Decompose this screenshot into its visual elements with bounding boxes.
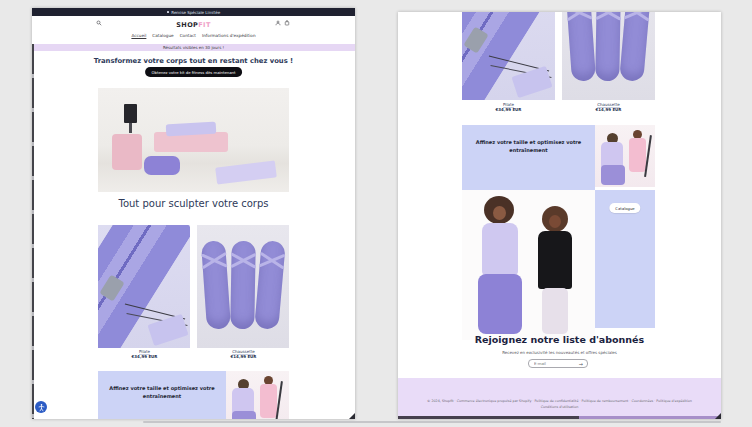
product-image-chaussette[interactable] <box>562 12 655 100</box>
announcement-text: Remise Spéciale Limitée <box>171 10 220 15</box>
nav-item-catalogue[interactable]: Catalogue <box>152 33 173 38</box>
product-price: €34,99 EUR <box>98 354 191 359</box>
newsletter-email-field[interactable]: → <box>528 359 588 368</box>
feature-text-box: Affinez votre taille et optimisez votre … <box>98 371 226 419</box>
nav-item-contact[interactable]: Contact <box>180 33 196 38</box>
horizontal-scrollbar[interactable] <box>398 416 721 420</box>
product-image-pilate[interactable] <box>462 12 555 100</box>
promo-banner: Résultats visibles en 30 jours ! <box>32 44 355 51</box>
product-price: €14,99 EUR <box>562 107 655 112</box>
newsletter-submit-icon[interactable]: → <box>579 361 587 367</box>
announcement-icon <box>167 11 170 14</box>
site-footer: © 2024, Shopfit · Commerce électronique … <box>398 378 721 416</box>
account-icon[interactable] <box>275 20 281 26</box>
window-bottom-scrollbar[interactable] <box>143 421 721 423</box>
feature-image <box>595 125 655 187</box>
product-price: €34,99 EUR <box>462 107 555 112</box>
newsletter-heading: Rejoignez notre liste d'abonnés <box>398 334 721 345</box>
store-logo[interactable]: SHOPFIT <box>32 21 355 29</box>
product-image-chaussette[interactable] <box>197 225 289 348</box>
scrollbar-thumb[interactable] <box>398 416 579 420</box>
cart-icon[interactable] <box>284 20 290 26</box>
resize-corner-icon[interactable] <box>349 413 355 419</box>
email-input[interactable] <box>529 361 573 366</box>
feature-heading: Affinez votre taille et optimisez votre … <box>462 125 595 154</box>
main-nav: Accueil Catalogue Contact Informations d… <box>32 33 355 38</box>
accessibility-icon[interactable] <box>35 401 47 413</box>
left-page-view: Remise Spéciale Limitée SHOPFIT Accueil … <box>32 8 355 419</box>
hero-cta-button[interactable]: Obtenez votre kit de fitness dès mainten… <box>145 67 243 77</box>
product-image-pilate[interactable] <box>98 225 190 348</box>
footer-links-line[interactable]: © 2024, Shopfit · Commerce électronique … <box>398 399 721 403</box>
feature-heading: Affinez votre taille et optimisez votre … <box>98 371 226 400</box>
product-price: €14,99 EUR <box>197 354 290 359</box>
resize-corner-icon[interactable] <box>715 413 721 419</box>
workspace-canvas: Remise Spéciale Limitée SHOPFIT Accueil … <box>0 0 752 427</box>
catalogue-button[interactable]: Catalogue <box>609 203 640 213</box>
hero-image <box>98 88 289 192</box>
nav-item-expedition[interactable]: Informations d'expédition <box>202 33 256 38</box>
catalogue-box: Catalogue <box>595 190 655 328</box>
right-page-view: Pilate Chaussette €34,99 EUR €14,99 EUR … <box>398 12 721 419</box>
footer-terms-line[interactable]: Conditions d'utilisation <box>398 405 721 409</box>
announcement-bar: Remise Spéciale Limitée <box>32 8 355 16</box>
newsletter-subheading: Recevez en exclusivité les nouveautés et… <box>398 350 721 355</box>
feature-image <box>226 371 289 419</box>
catalogue-image <box>462 190 595 340</box>
hero-heading: Transformez votre corps tout en restant … <box>32 57 355 65</box>
page-edge-markers <box>32 44 34 419</box>
collection-heading: Tout pour sculpter votre corps <box>32 198 355 209</box>
nav-item-accueil[interactable]: Accueil <box>131 33 146 38</box>
